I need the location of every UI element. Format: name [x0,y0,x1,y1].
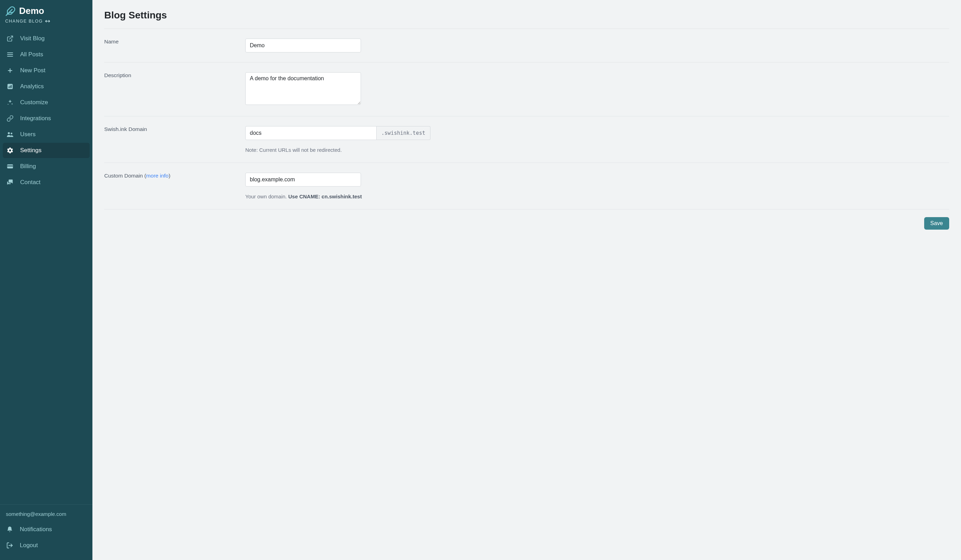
chat-icon [6,178,14,186]
swap-icon [45,18,50,24]
sidebar-item-label: Settings [20,147,41,154]
logout-icon [6,542,14,549]
sidebar-item-logout[interactable]: Logout [5,538,87,553]
field-row-custom-domain: Custom Domain (more info) Your own domai… [104,162,949,209]
sidebar-item-integrations[interactable]: Integrations [3,111,90,126]
sidebar-item-new-post[interactable]: New Post [3,63,90,78]
svg-point-12 [8,132,10,134]
sidebar-item-label: Billing [20,163,36,170]
custom-domain-help: Your own domain. Use CNAME: cn.swishink.… [245,194,495,199]
sidebar-item-customize[interactable]: Customize [3,95,90,110]
sidebar-nav: Visit Blog All Posts New Post Analytics [0,30,92,504]
sidebar-item-settings[interactable]: Settings [3,143,90,158]
sidebar-item-contact[interactable]: Contact [3,175,90,190]
sidebar-item-label: New Post [20,67,45,74]
change-blog-label: CHANGE BLOG [5,19,43,24]
field-row-description: Description [104,62,949,116]
bell-icon [6,526,14,533]
field-row-name: Name [104,29,949,62]
sidebar-item-users[interactable]: Users [3,127,90,142]
svg-rect-15 [7,166,13,167]
sidebar-item-label: Logout [20,542,38,549]
swish-domain-note: Note: Current URLs will not be redirecte… [245,147,495,153]
field-row-swish-domain: Swish.ink Domain .swishink.test Note: Cu… [104,116,949,162]
sidebar-item-label: Integrations [20,115,51,122]
sidebar-item-label: Notifications [20,526,52,533]
actions-row: Save [104,209,949,237]
svg-rect-11 [11,85,12,88]
field-label: Name [104,39,235,53]
sidebar-item-label: Visit Blog [20,35,45,42]
sparkles-icon [6,99,14,106]
plus-icon [6,67,14,74]
link-icon [6,115,14,122]
custom-domain-input[interactable] [245,173,361,186]
change-blog-link[interactable]: CHANGE BLOG [5,18,87,24]
page-title: Blog Settings [104,10,949,21]
sidebar-item-label: Users [20,131,35,138]
sidebar-item-notifications[interactable]: Notifications [5,522,87,537]
description-textarea[interactable] [245,72,361,105]
main-content: Blog Settings Name Description Swish.ink… [92,0,961,560]
chart-icon [6,83,14,90]
sidebar-item-visit-blog[interactable]: Visit Blog [3,31,90,46]
users-icon [6,131,14,138]
more-info-link[interactable]: more info [146,173,169,178]
save-button[interactable]: Save [924,217,949,229]
svg-rect-9 [9,87,10,88]
credit-card-icon [6,162,14,170]
svg-rect-10 [10,86,10,88]
swish-domain-input[interactable] [245,126,377,140]
domain-suffix: .swishink.test [377,126,431,140]
field-label: Custom Domain (more info) [104,173,235,199]
gear-icon [6,147,14,154]
field-label: Description [104,72,235,106]
feather-icon [5,6,16,16]
list-icon [6,51,14,58]
name-input[interactable] [245,39,361,53]
sidebar-item-analytics[interactable]: Analytics [3,79,90,94]
user-email: something@example.com [5,511,87,517]
sidebar-item-label: Analytics [20,83,44,90]
sidebar-item-all-posts[interactable]: All Posts [3,47,90,62]
sidebar-item-label: Contact [20,179,41,186]
svg-point-13 [11,133,13,135]
external-link-icon [6,35,14,42]
sidebar: Demo CHANGE BLOG Visit Blog All Post [0,0,92,560]
svg-line-2 [10,36,13,39]
brand-title: Demo [19,6,44,16]
sidebar-item-billing[interactable]: Billing [3,159,90,174]
sidebar-item-label: Customize [20,99,48,106]
sidebar-item-label: All Posts [20,51,43,58]
field-label: Swish.ink Domain [104,126,235,153]
